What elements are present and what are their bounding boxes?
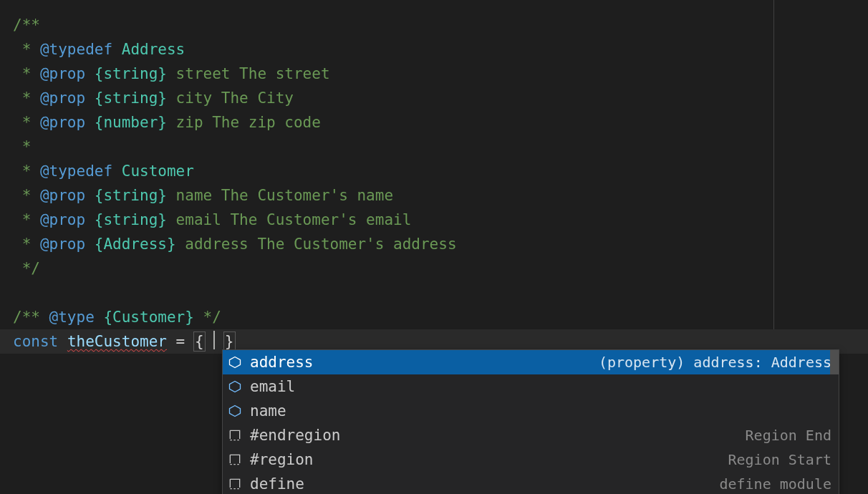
- suggest-scrollbar[interactable]: [830, 350, 839, 374]
- suggest-label: name: [250, 399, 286, 423]
- code-line: * @typedef Address: [13, 37, 868, 62]
- suggest-item[interactable]: #endregionRegion End: [223, 423, 839, 447]
- suggest-label: define: [250, 472, 304, 494]
- code-line: [13, 281, 868, 305]
- suggest-label: #endregion: [250, 423, 340, 447]
- code-line: * @prop {string} city The City: [13, 86, 868, 110]
- suggest-item[interactable]: definedefine module: [223, 472, 839, 494]
- suggest-detail: Region Start: [728, 447, 832, 472]
- suggest-item[interactable]: #regionRegion Start: [223, 447, 839, 472]
- code-line: * @prop {string} email The Customer's em…: [13, 208, 868, 232]
- snippet-icon: [227, 476, 243, 492]
- error-squiggle: theCustomer: [67, 333, 167, 350]
- suggest-item[interactable]: address(property) address: Address: [223, 350, 839, 374]
- svg-marker-0: [230, 357, 241, 368]
- code-line: * @prop {string} name The Customer's nam…: [13, 183, 868, 208]
- suggest-detail: Region End: [746, 423, 831, 447]
- suggest-label: email: [250, 374, 295, 399]
- svg-marker-2: [230, 406, 241, 417]
- suggest-detail: (property) address: Address: [599, 350, 831, 374]
- suggest-item[interactable]: name: [223, 399, 839, 423]
- suggest-item[interactable]: email: [223, 374, 839, 399]
- matching-bracket-close: }: [223, 331, 236, 352]
- code-line: */: [13, 256, 868, 281]
- code-line: * @typedef Customer: [13, 159, 868, 183]
- property-icon: [227, 354, 243, 370]
- code-line: /** @type {Customer} */: [13, 305, 868, 329]
- intellisense-widget[interactable]: address(property) address: Addressemailn…: [222, 349, 839, 494]
- suggest-label: #region: [250, 447, 314, 472]
- code-line: * @prop {number} zip The zip code: [13, 110, 868, 135]
- suggest-label: address: [250, 350, 314, 374]
- code-line: *: [13, 135, 868, 159]
- snippet-icon: [227, 427, 243, 443]
- property-icon: [227, 403, 243, 419]
- code-line: /**: [13, 13, 868, 37]
- svg-marker-1: [230, 382, 241, 392]
- suggest-detail: define module: [719, 472, 831, 494]
- property-icon: [227, 379, 243, 394]
- snippet-icon: [227, 452, 243, 468]
- code-line: * @prop {Address} address The Customer's…: [13, 232, 868, 256]
- code-line: * @prop {string} street The street: [13, 62, 868, 86]
- matching-bracket-open: {: [193, 331, 206, 352]
